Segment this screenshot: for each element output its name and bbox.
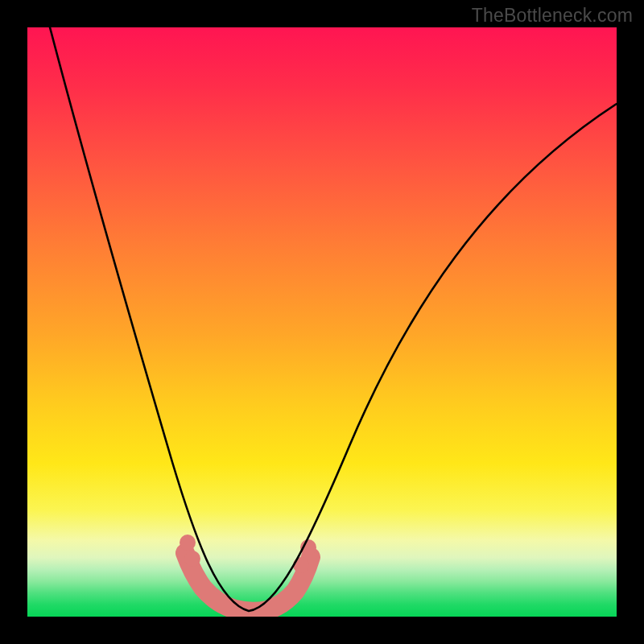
main-curve <box>50 27 617 611</box>
bottom-band-path <box>185 553 311 612</box>
curve-overlay <box>27 27 617 617</box>
band-dot <box>180 535 196 551</box>
chart-container: TheBottleneck.com <box>0 0 644 644</box>
band-dot <box>293 557 309 573</box>
band-dot <box>184 551 200 567</box>
watermark-text: TheBottleneck.com <box>472 5 633 27</box>
plot-area <box>27 27 617 617</box>
